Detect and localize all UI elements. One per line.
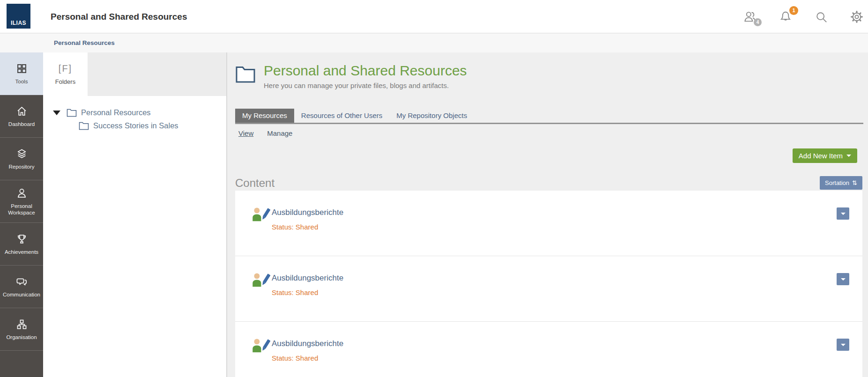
trophy-icon: [15, 233, 28, 245]
chat-icon: [15, 275, 28, 288]
breadcrumb-item[interactable]: Personal Resources: [54, 34, 115, 52]
blog-author-icon: [251, 337, 270, 355]
sidebar-item-label: Communication: [3, 291, 40, 298]
sidebar-item-achievements[interactable]: Achievements: [0, 223, 43, 266]
item-title-link[interactable]: Ausbildungsberichte: [272, 208, 343, 217]
sortation-button[interactable]: Sortation ⇅: [820, 176, 862, 190]
breadcrumb: Personal Resources: [0, 34, 868, 52]
ilias-app: ILIAS Personal and Shared Resources 4: [0, 0, 868, 377]
caret-down-icon: [841, 344, 846, 346]
notifications-button[interactable]: 1: [778, 9, 793, 24]
header-icon-bar: 4 1: [742, 0, 864, 33]
page-title-header: Personal and Shared Resources: [51, 0, 187, 33]
tree-node-success-stories[interactable]: Success Stories in Sales: [79, 121, 226, 130]
folders-tab-label: Folders: [55, 78, 75, 85]
list-item: Ausbildungsberichte Status: Shared: [235, 256, 862, 322]
sidebar-item-label: Achievements: [5, 249, 38, 255]
notification-count-badge: 1: [789, 6, 798, 15]
tree-node-label[interactable]: Personal Resources: [81, 108, 151, 117]
folders-panel-header: [F] Folders: [43, 52, 226, 96]
caret-down-icon: [846, 155, 851, 157]
item-status: Status: Shared: [272, 223, 318, 231]
folders-panel: [F] Folders Personal Resources: [43, 52, 227, 377]
tab-folders[interactable]: [F] Folders: [43, 52, 88, 96]
top-header: ILIAS Personal and Shared Resources 4: [0, 0, 868, 33]
page-title-text: Personal and Shared Resources Here you c…: [264, 63, 467, 89]
tree-node-personal-resources[interactable]: Personal Resources: [53, 108, 226, 117]
sidebar-item-label: Organisation: [6, 334, 37, 340]
page-title: Personal and Shared Resources: [264, 63, 467, 79]
page-title-block: Personal and Shared Resources Here you c…: [235, 63, 467, 89]
main-content: Personal and Shared Resources Here you c…: [227, 52, 868, 377]
caret-down-icon: [841, 213, 846, 215]
item-title-link[interactable]: Ausbildungsberichte: [272, 274, 343, 283]
content-panel: Ausbildungsberichte Status: Shared: [235, 191, 862, 377]
tab-my-repository-objects[interactable]: My Repository Objects: [389, 109, 474, 123]
caret-down-icon: [841, 278, 846, 281]
tree-node-label[interactable]: Success Stories in Sales: [93, 121, 178, 130]
gear-icon: [849, 9, 864, 24]
sidebar-item-repository[interactable]: Repository: [0, 138, 43, 180]
sidebar-item-label: Personal Workspace: [1, 203, 42, 216]
user-count-badge: 4: [754, 18, 762, 26]
item-title-link[interactable]: Ausbildungsberichte: [272, 339, 343, 348]
item-actions-dropdown[interactable]: [837, 207, 849, 220]
subtab-bar: View Manage: [238, 129, 292, 137]
orgchart-icon: [15, 318, 28, 331]
sidebar-item-organisation[interactable]: Organisation: [0, 308, 43, 351]
item-status: Status: Shared: [272, 354, 318, 362]
expander-collapse-icon[interactable]: [53, 111, 60, 115]
add-new-item-label: Add New Item: [799, 152, 843, 160]
folder-icon: [79, 121, 89, 130]
subtab-manage[interactable]: Manage: [267, 129, 292, 137]
sidebar-item-personal-workspace[interactable]: Personal Workspace: [0, 180, 43, 223]
layers-icon: [15, 148, 28, 160]
tab-resources-of-other-users[interactable]: Resources of Other Users: [294, 109, 389, 123]
folder-icon: [235, 66, 256, 83]
settings-button[interactable]: [849, 9, 864, 24]
item-status: Status: Shared: [272, 288, 318, 296]
tab-my-resources[interactable]: My Resources: [235, 109, 294, 123]
list-item: Ausbildungsberichte Status: Shared: [235, 191, 862, 256]
folders-tab-icon: [F]: [59, 63, 72, 74]
sidebar-item-communication[interactable]: Communication: [0, 266, 43, 308]
blog-author-icon: [251, 206, 270, 224]
sidebar-item-label: Repository: [9, 163, 35, 170]
content-header-row: Content Sortation ⇅: [235, 172, 862, 190]
content-heading: Content: [235, 177, 274, 190]
user-group-button[interactable]: 4: [742, 9, 757, 24]
ilias-logo-text: ILIAS: [11, 20, 26, 26]
list-item: Ausbildungsberichte Status: Shared: [235, 322, 862, 377]
folder-tree: Personal Resources Success Stories in Sa…: [43, 96, 226, 130]
sidebar-item-dashboard[interactable]: Dashboard: [0, 95, 43, 138]
tab-bar: My Resources Resources of Other Users My…: [235, 109, 863, 124]
sidebar-item-label: Tools: [15, 78, 28, 85]
subtab-view[interactable]: View: [238, 129, 253, 137]
person-icon: [15, 187, 28, 200]
search-button[interactable]: [814, 9, 829, 24]
page-subtitle: Here you can manage your private files, …: [264, 81, 467, 89]
blog-author-icon: [251, 271, 270, 290]
ilias-logo[interactable]: ILIAS: [7, 4, 30, 29]
body-layout: Tools Dashboard: [0, 52, 868, 377]
sidebar-item-label: Dashboard: [8, 121, 35, 127]
sortation-label: Sortation: [825, 179, 849, 186]
item-actions-dropdown[interactable]: [837, 339, 849, 351]
main-nav-sidebar: Tools Dashboard: [0, 52, 43, 377]
sort-arrows-icon: ⇅: [852, 179, 857, 186]
search-icon: [814, 9, 829, 24]
folder-icon: [67, 108, 77, 117]
home-icon: [15, 105, 28, 118]
grid-icon: [15, 62, 28, 75]
add-new-item-button[interactable]: Add New Item: [793, 148, 857, 163]
item-actions-dropdown[interactable]: [837, 273, 849, 285]
sidebar-item-tools[interactable]: Tools: [0, 52, 43, 95]
